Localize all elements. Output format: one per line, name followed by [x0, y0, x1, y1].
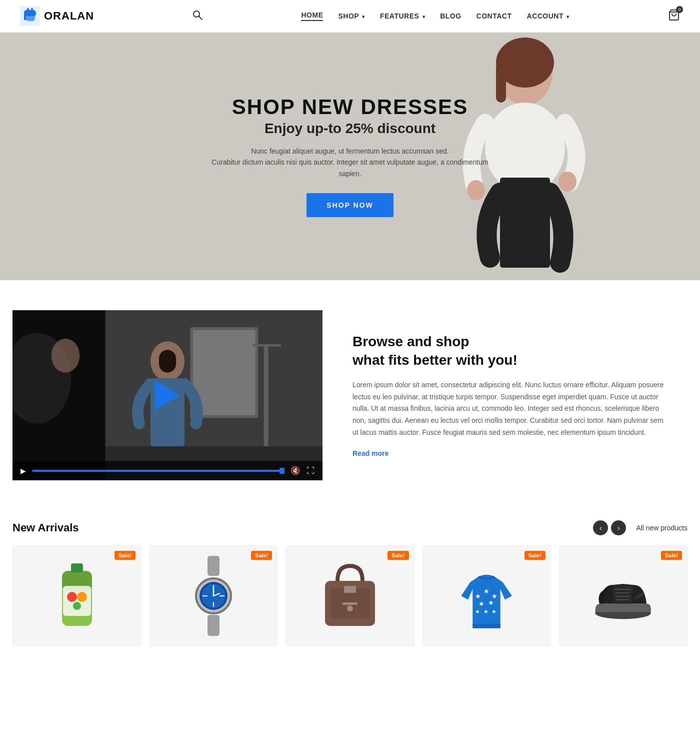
sale-badge: Sale!	[251, 551, 272, 560]
product-card[interactable]: Sale!	[559, 545, 688, 646]
hero-description: Nunc feugiat aliquet augue, ut fermentum…	[200, 146, 500, 179]
product-image: Sale!	[13, 546, 140, 646]
nav-shop[interactable]: SHOP ▾	[338, 12, 364, 20]
svg-text:★: ★	[492, 592, 498, 600]
sale-badge: Sale!	[661, 551, 682, 560]
cart-icon[interactable]: 0	[668, 9, 680, 23]
sale-badge: Sale!	[388, 551, 408, 560]
main-nav: HOME SHOP ▾ FEATURES ▾ BLOG CONTACT ACCO…	[301, 11, 569, 21]
product-image: Sale!	[150, 546, 277, 646]
product-placeholder: ★ ★ ★ ★ ★ ★ ★ ★	[456, 561, 516, 631]
nav-blog[interactable]: BLOG	[440, 12, 461, 20]
product-card[interactable]: Sale!	[12, 545, 141, 646]
video-section: ▶ 🔇 ⛶ Browse and shop what fits better w…	[0, 280, 700, 510]
video-volume-button[interactable]: 🔇	[290, 466, 300, 475]
cart-badge: 0	[676, 6, 683, 13]
logo-icon	[20, 6, 40, 26]
product-card[interactable]: Sale! ★ ★ ★ ★ ★ ★ ★	[422, 545, 551, 646]
svg-rect-31	[63, 586, 91, 616]
product-card[interactable]: Sale!	[286, 545, 414, 646]
svg-text:★: ★	[488, 599, 494, 606]
logo-text: ORALAN	[44, 10, 94, 23]
arrivals-controls: ‹ › All new products	[593, 520, 688, 535]
browse-description: Lorem ipsum dolor sit amet, consectetur …	[352, 379, 670, 439]
svg-line-4	[199, 17, 202, 20]
features-arrow: ▾	[420, 14, 425, 20]
arrivals-prev-button[interactable]: ‹	[593, 520, 608, 535]
all-products-link[interactable]: All new products	[636, 524, 688, 532]
product-image: Sale!	[286, 546, 414, 646]
shop-now-button[interactable]: SHOP NOW	[306, 193, 394, 217]
nav-account[interactable]: ACCOUNT ▾	[527, 12, 570, 20]
header: ORALAN HOME SHOP ▾ FEATURES ▾ BLOG CONTA…	[0, 0, 700, 33]
play-button[interactable]	[155, 380, 180, 410]
video-player[interactable]: ▶ 🔇 ⛶	[12, 310, 322, 480]
svg-rect-30	[71, 563, 83, 572]
products-grid: Sale!	[12, 545, 688, 646]
read-more-link[interactable]: Read more	[352, 449, 388, 457]
product-card[interactable]: Sale!	[149, 545, 278, 646]
video-text: Browse and shop what fits better with yo…	[322, 333, 700, 458]
hero-subtitle: Enjoy up-to 25% discount	[200, 121, 500, 137]
svg-point-33	[77, 592, 87, 602]
svg-rect-1	[27, 8, 29, 12]
product-placeholder	[320, 561, 380, 631]
progress-thumb	[280, 468, 284, 474]
sale-badge: Sale!	[524, 551, 546, 560]
nav-home[interactable]: HOME	[301, 11, 323, 21]
logo[interactable]: ORALAN	[20, 6, 94, 26]
svg-point-32	[67, 592, 77, 602]
svg-text:★: ★	[478, 600, 484, 607]
svg-rect-48	[342, 602, 358, 605]
product-placeholder	[47, 561, 107, 631]
video-fullscreen-button[interactable]: ⛶	[306, 466, 314, 475]
product-image: Sale!	[560, 546, 687, 646]
svg-point-14	[558, 172, 576, 192]
shop-arrow: ▾	[360, 14, 365, 20]
arrivals-header: New Arrivals ‹ › All new products	[12, 520, 688, 535]
video-play-button[interactable]: ▶	[20, 467, 26, 475]
hero-title: SHOP NEW DRESSES	[200, 96, 500, 119]
product-placeholder	[593, 561, 653, 631]
svg-rect-35	[208, 556, 220, 576]
svg-text:★: ★	[484, 587, 490, 595]
svg-text:★: ★	[475, 592, 481, 600]
svg-rect-2	[31, 8, 33, 12]
sale-badge: Sale!	[114, 551, 136, 560]
arrivals-nav: ‹ ›	[593, 520, 626, 535]
svg-rect-50	[344, 586, 356, 593]
nav-features[interactable]: FEATURES ▾	[380, 12, 425, 20]
arrivals-title: New Arrivals	[12, 521, 78, 534]
video-controls: ▶ 🔇 ⛶	[12, 461, 322, 480]
svg-point-49	[347, 605, 353, 611]
svg-text:★: ★	[492, 608, 496, 614]
svg-rect-45	[208, 615, 220, 636]
search-icon[interactable]	[192, 10, 202, 22]
svg-point-34	[73, 602, 81, 610]
product-image: Sale! ★ ★ ★ ★ ★ ★ ★	[423, 546, 550, 646]
hero-section: SHOP NEW DRESSES Enjoy up-to 25% discoun…	[0, 33, 700, 280]
nav-contact[interactable]: CONTACT	[476, 12, 512, 20]
video-thumbnail	[12, 310, 322, 480]
svg-point-3	[194, 11, 200, 17]
arrivals-section: New Arrivals ‹ › All new products Sale!	[0, 510, 700, 661]
video-progress-bar[interactable]	[32, 470, 284, 472]
browse-title: Browse and shop what fits better with yo…	[352, 333, 670, 369]
svg-text:★: ★	[475, 608, 480, 614]
svg-text:★: ★	[484, 608, 488, 614]
svg-rect-59	[472, 623, 500, 628]
account-arrow: ▾	[565, 14, 570, 20]
hero-content: SHOP NEW DRESSES Enjoy up-to 25% discoun…	[200, 96, 500, 217]
product-placeholder	[184, 561, 244, 631]
arrivals-next-button[interactable]: ›	[611, 520, 626, 535]
